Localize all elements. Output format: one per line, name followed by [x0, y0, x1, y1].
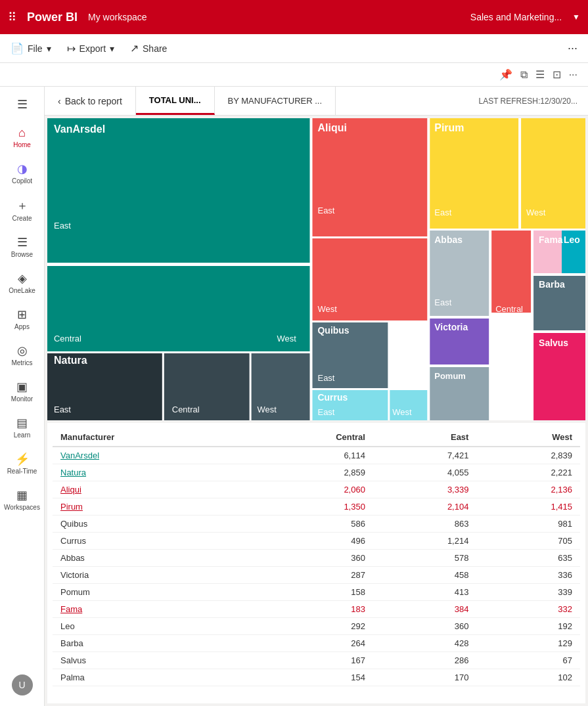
svg-text:Barba: Barba [539, 279, 565, 290]
refresh-text: LAST REFRESH:12/30/20... [478, 97, 577, 106]
share-icon: ↗ [130, 42, 139, 55]
cell-manufacturer[interactable]: Pomum [53, 584, 247, 601]
focus-mode-icon[interactable]: ⊡ [553, 68, 561, 81]
cell-manufacturer[interactable]: Natura [53, 464, 247, 481]
content-area: ‹ Back to report TOTAL UNI... BY MANUFAC… [45, 87, 588, 706]
title-dropdown-icon[interactable]: ▼ [572, 12, 580, 22]
file-icon: 📄 [11, 42, 24, 55]
grid-icon[interactable]: ⠿ [8, 10, 16, 24]
share-menu[interactable]: ↗ Share [130, 42, 167, 55]
sidebar-item-home[interactable]: ⌂ Home [0, 121, 44, 154]
sidebar-item-realtime[interactable]: ⚡ Real-Time [0, 447, 44, 480]
svg-rect-0 [47, 118, 310, 263]
duplicate-icon[interactable]: ⧉ [520, 69, 528, 81]
file-menu[interactable]: 📄 File ▾ [11, 42, 51, 55]
cell-east: 428 [373, 635, 477, 652]
svg-text:Fama: Fama [539, 234, 563, 245]
table-row: Natura 2,859 4,055 2,221 [53, 464, 580, 481]
svg-text:Aliqui: Aliqui [317, 122, 346, 133]
cell-east: 7,421 [373, 447, 477, 464]
svg-text:Central: Central [172, 405, 200, 414]
svg-text:East: East [54, 221, 71, 231]
sidebar-item-menu[interactable]: ☰ [0, 92, 44, 118]
cell-east: 863 [373, 516, 477, 533]
sidebar-item-apps[interactable]: ⊞ Apps [0, 302, 44, 336]
sidebar-label-learn: Learn [14, 431, 31, 439]
table-row: Pirum 1,350 2,104 1,415 [53, 498, 580, 516]
tab-by-manufacturer[interactable]: BY MANUFACTURER ... [215, 87, 336, 115]
copilot-icon: ◑ [17, 162, 28, 176]
sidebar-item-onelake[interactable]: ◈ OneLake [0, 266, 44, 299]
apps-icon: ⊞ [17, 307, 27, 322]
metrics-icon: ◎ [17, 343, 28, 358]
col-header-central: Central [247, 428, 373, 447]
cell-east: 1,214 [373, 533, 477, 550]
sidebar-label-browse: Browse [11, 251, 33, 258]
col-header-manufacturer: Manufacturer [53, 428, 247, 447]
cell-manufacturer[interactable]: Barba [53, 635, 247, 652]
sidebar: ☰ ⌂ Home ◑ Copilot ＋ Create ☰ Browse ◈ O… [0, 87, 45, 706]
table-row: Pomum 158 413 339 [53, 584, 580, 601]
manufacturer-table: Manufacturer Central East West VanArsdel… [53, 428, 580, 686]
cell-east: 286 [373, 652, 477, 669]
cell-west: 2,136 [476, 481, 580, 498]
file-label: File [28, 43, 43, 54]
sidebar-label-metrics: Metrics [11, 359, 32, 366]
back-to-report-button[interactable]: ‹ Back to report [45, 87, 136, 115]
table-row: Currus 496 1,214 705 [53, 533, 580, 550]
workspaces-icon: ▦ [16, 488, 28, 502]
realtime-icon: ⚡ [15, 452, 30, 466]
pin-icon[interactable]: 📌 [499, 68, 512, 81]
workspace-label[interactable]: My workspace [88, 12, 147, 22]
sidebar-item-workspaces[interactable]: ▦ Workspaces [0, 483, 44, 516]
sidebar-item-monitor[interactable]: ▣ Monitor [0, 374, 44, 408]
more-visual-options-icon[interactable]: ··· [569, 69, 577, 81]
svg-text:East: East [317, 373, 334, 383]
sidebar-item-browse[interactable]: ☰ Browse [0, 230, 44, 263]
cell-manufacturer[interactable]: Aliqui [53, 481, 247, 498]
treemap-chart[interactable]: VanArsdel East Central West Natura East … [47, 118, 585, 420]
sidebar-label-onelake: OneLake [9, 287, 35, 294]
more-options-icon[interactable]: ··· [568, 41, 577, 55]
svg-text:West: West [526, 208, 546, 217]
browse-icon: ☰ [17, 235, 28, 250]
data-table: Manufacturer Central East West VanArsdel… [47, 423, 585, 703]
sidebar-label-monitor: Monitor [11, 395, 33, 403]
cell-manufacturer[interactable]: Fama [53, 601, 247, 618]
monitor-icon: ▣ [16, 380, 28, 394]
export-menu[interactable]: ↦ Export ▾ [67, 42, 114, 55]
cell-manufacturer[interactable]: Pirum [53, 498, 247, 516]
cell-manufacturer[interactable]: Leo [53, 618, 247, 635]
cell-manufacturer[interactable]: Palma [53, 669, 247, 686]
cell-manufacturer[interactable]: Salvus [53, 652, 247, 669]
cell-manufacturer[interactable]: VanArsdel [53, 447, 247, 464]
sidebar-item-learn[interactable]: ▤ Learn [0, 410, 44, 444]
sidebar-label-copilot: Copilot [12, 177, 32, 185]
cell-east: 3,339 [373, 481, 477, 498]
onelake-icon: ◈ [18, 271, 27, 286]
user-avatar[interactable]: U [12, 674, 33, 695]
tab-total-units[interactable]: TOTAL UNI... [136, 87, 215, 115]
sidebar-item-copilot[interactable]: ◑ Copilot [0, 156, 44, 190]
report-title: Sales and Marketing... [470, 12, 562, 22]
sidebar-item-create[interactable]: ＋ Create [0, 192, 44, 227]
sidebar-item-metrics[interactable]: ◎ Metrics [0, 338, 44, 372]
svg-rect-32 [491, 231, 531, 313]
sidebar-label-create: Create [12, 215, 32, 222]
cell-east: 360 [373, 618, 477, 635]
cell-manufacturer[interactable]: Quibus [53, 516, 247, 533]
app-logo: Power BI [27, 11, 78, 24]
filter-icon[interactable]: ☰ [535, 68, 545, 81]
cell-west: 339 [476, 584, 580, 601]
cell-east: 458 [373, 567, 477, 584]
cell-manufacturer[interactable]: Victoria [53, 567, 247, 584]
table-row: VanArsdel 6,114 7,421 2,839 [53, 447, 580, 464]
cell-manufacturer[interactable]: Abbas [53, 550, 247, 567]
svg-text:Central: Central [54, 334, 81, 343]
table-row: Barba 264 428 129 [53, 635, 580, 652]
cell-manufacturer[interactable]: Currus [53, 533, 247, 550]
svg-text:Victoria: Victoria [434, 322, 468, 332]
cell-central: 2,060 [247, 481, 373, 498]
table-header-row: Manufacturer Central East West [53, 428, 580, 447]
cell-central: 158 [247, 584, 373, 601]
